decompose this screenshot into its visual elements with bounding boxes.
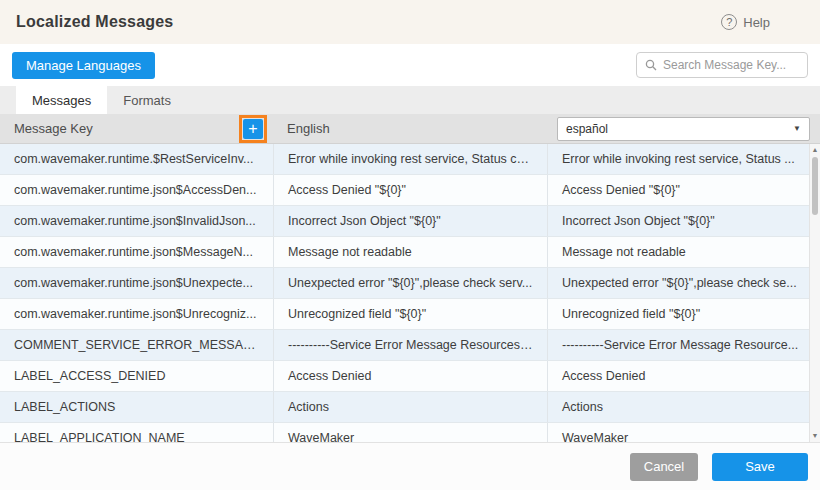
page-title: Localized Messages [16,13,173,31]
table-row[interactable]: LABEL_ACTIONS Actions Actions [0,392,820,423]
cell-localized: Unrecognized field "${0}" [547,299,820,329]
search-icon [645,59,657,71]
cell-localized: Error while invoking rest service, Statu… [547,144,820,174]
cell-localized: Incorrect Json Object "${0}" [547,206,820,236]
cell-english: Unexpected error "${0}",please check ser… [273,268,547,298]
save-button[interactable]: Save [712,453,808,481]
cell-english: WaveMaker [273,423,547,442]
cell-message-key: LABEL_APPLICATION_NAME [0,423,273,442]
table-row[interactable]: com.wavemaker.runtime.json$MessageN... M… [0,237,820,268]
add-message-key-button[interactable]: + [243,119,263,139]
tab-bar: Messages Formats [0,86,820,114]
cell-message-key: LABEL_ACTIONS [0,392,273,422]
toolbar: Manage Languages [0,44,820,86]
cell-message-key: com.wavemaker.runtime.$RestServiceInv... [0,144,273,174]
add-button-highlight: + [239,115,267,143]
cell-localized: Access Denied [547,361,820,391]
table-row[interactable]: com.wavemaker.runtime.json$Unrecogniz...… [0,299,820,330]
table-body: com.wavemaker.runtime.$RestServiceInv...… [0,144,820,442]
table-row[interactable]: com.wavemaker.runtime.json$Unexpecte... … [0,268,820,299]
table-row[interactable]: LABEL_ACCESS_DENIED Access Denied Access… [0,361,820,392]
manage-languages-button[interactable]: Manage Languages [12,52,155,79]
table-row[interactable]: com.wavemaker.runtime.$RestServiceInv...… [0,144,820,175]
localized-messages-dialog: Localized Messages ? Help Manage Languag… [0,0,820,490]
cell-english: Error while invoking rest service, Statu… [273,144,547,174]
search-box [636,52,808,78]
cell-english: Actions [273,392,547,422]
table-header: Message Key + English español ▼ [0,114,820,144]
help-icon: ? [721,14,737,30]
dialog-header: Localized Messages ? Help [0,0,820,44]
language-select-value: español [566,122,608,136]
cell-localized: Unexpected error "${0}",please check se.… [547,268,820,298]
search-input[interactable] [663,58,799,72]
cell-english: Message not readable [273,237,547,267]
cell-english: ----------Service Error Message Resource… [273,330,547,360]
chevron-down-icon: ▼ [793,124,801,133]
plus-icon: + [248,120,257,137]
cell-message-key: com.wavemaker.runtime.json$AccessDen... [0,175,273,205]
table-row[interactable]: com.wavemaker.runtime.json$InvalidJson..… [0,206,820,237]
cell-localized: Actions [547,392,820,422]
cell-message-key: COMMENT_SERVICE_ERROR_MESSAGES [0,330,273,360]
scrollbar-thumb[interactable] [812,157,818,215]
cell-localized: Message not readable [547,237,820,267]
table-row[interactable]: COMMENT_SERVICE_ERROR_MESSAGES ---------… [0,330,820,361]
cell-message-key: com.wavemaker.runtime.json$InvalidJson..… [0,206,273,236]
cell-message-key: com.wavemaker.runtime.json$Unexpecte... [0,268,273,298]
help-button[interactable]: ? Help [721,14,770,30]
cell-localized: ----------Service Error Message Resource… [547,330,820,360]
tab-formats[interactable]: Formats [107,86,187,114]
cell-english: Access Denied [273,361,547,391]
table-row[interactable]: LABEL_APPLICATION_NAME WaveMaker WaveMak… [0,423,820,442]
language-select[interactable]: español ▼ [557,117,810,141]
cell-localized: WaveMaker [547,423,820,442]
cell-message-key: com.wavemaker.runtime.json$MessageN... [0,237,273,267]
cell-english: Access Denied "${0}" [273,175,547,205]
table-row[interactable]: com.wavemaker.runtime.json$AccessDen... … [0,175,820,206]
help-label: Help [743,15,770,30]
tab-messages[interactable]: Messages [16,86,107,114]
cell-english: Incorrect Json Object "${0}" [273,206,547,236]
dialog-footer: Cancel Save [0,442,820,490]
vertical-scrollbar[interactable]: ▲ ▼ [809,144,820,442]
column-header-message-key: Message Key [14,121,93,136]
cell-message-key: LABEL_ACCESS_DENIED [0,361,273,391]
cell-localized: Access Denied "${0}" [547,175,820,205]
cancel-button[interactable]: Cancel [630,453,698,481]
scroll-up-icon[interactable]: ▲ [810,145,820,155]
cell-english: Unrecognized field "${0}" [273,299,547,329]
column-header-english: English [287,121,330,136]
scroll-down-icon[interactable]: ▼ [810,431,820,441]
cell-message-key: com.wavemaker.runtime.json$Unrecogniz... [0,299,273,329]
